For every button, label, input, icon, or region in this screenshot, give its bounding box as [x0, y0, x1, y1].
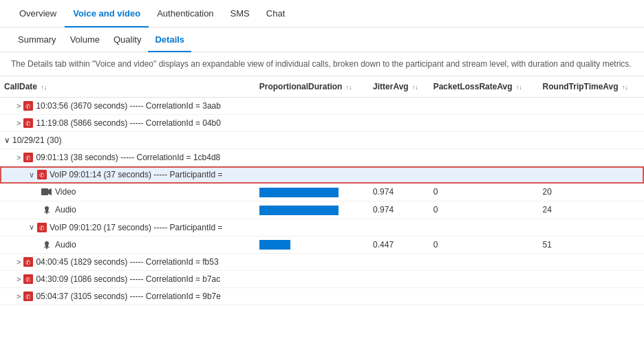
- column-header-packetlossrateavg[interactable]: PacketLossRateAvg ↑↓: [429, 76, 539, 98]
- top-nav-item-voice-and-video[interactable]: Voice and video: [65, 0, 149, 28]
- rtt-cell: [539, 115, 644, 132]
- rtt-cell: 51: [539, 236, 644, 254]
- svg-text:✆: ✆: [25, 155, 31, 162]
- video-icon: [41, 187, 52, 197]
- duration-bar: [259, 240, 290, 250]
- top-navigation: OverviewVoice and videoAuthenticationSMS…: [0, 0, 644, 28]
- sort-icon[interactable]: ↑↓: [346, 84, 352, 91]
- jitter-avg-cell: [369, 219, 429, 236]
- expand-icon[interactable]: >: [17, 119, 21, 127]
- collapse-icon[interactable]: ∨: [29, 223, 34, 232]
- row-label: VoIP 09:01:20 (17 seconds) ----- Partici…: [50, 223, 223, 232]
- column-header-proportionalduration[interactable]: ProportionalDuration ↑↓: [255, 76, 369, 98]
- svg-text:✆: ✆: [25, 276, 31, 283]
- packet-loss-cell: [429, 166, 539, 184]
- packet-loss-cell: 0: [429, 236, 539, 254]
- expand-icon[interactable]: >: [17, 292, 21, 300]
- phone-icon: ✆: [23, 118, 33, 128]
- proportional-duration-cell: [255, 166, 369, 184]
- rtt-cell: [539, 288, 644, 305]
- call-date-cell: ∨ ✆VoIP 09:01:20 (17 seconds) ----- Part…: [0, 219, 255, 236]
- proportional-duration-cell: [255, 115, 369, 132]
- phone-icon: ✆: [23, 274, 33, 284]
- collapse-icon[interactable]: >: [17, 153, 21, 162]
- table-row[interactable]: > ✆04:00:45 (1829 seconds) ----- Correla…: [0, 254, 644, 271]
- top-nav-item-chat[interactable]: Chat: [258, 0, 293, 28]
- description-text: The Details tab within "Voice and video"…: [0, 52, 644, 76]
- collapse-icon[interactable]: ∨: [29, 170, 34, 179]
- packet-loss-cell: [429, 149, 539, 166]
- table-body: > ✆10:03:56 (3670 seconds) ----- Correla…: [0, 98, 644, 305]
- column-header-roundtriptimeavg[interactable]: RoundTripTimeAvg ↑↓: [539, 76, 644, 98]
- rtt-cell: [539, 98, 644, 115]
- jitter-avg-cell: [369, 254, 429, 271]
- table-row[interactable]: ∨ 10/29/21 (30): [0, 132, 644, 149]
- call-date-cell: > ✆05:04:37 (3105 seconds) ----- Correla…: [0, 288, 255, 305]
- packet-loss-cell: [429, 98, 539, 115]
- rtt-cell: 24: [539, 201, 644, 219]
- sub-nav-item-summary[interactable]: Summary: [11, 28, 63, 52]
- sort-icon[interactable]: ↑↓: [412, 84, 418, 91]
- phone-icon: ✆: [37, 223, 47, 232]
- phone-icon: ✆: [23, 153, 33, 162]
- sub-nav-item-details[interactable]: Details: [148, 28, 191, 52]
- sort-icon[interactable]: ↑↓: [516, 84, 522, 91]
- jitter-avg-cell: [369, 149, 429, 166]
- jitter-avg-cell: 0.974: [369, 184, 429, 201]
- collapse-icon[interactable]: ∨: [4, 136, 10, 145]
- table-row[interactable]: > ✆10:03:56 (3670 seconds) ----- Correla…: [0, 98, 644, 115]
- jitter-avg-cell: [369, 271, 429, 288]
- table-row[interactable]: Audio0.447051: [0, 236, 644, 254]
- packet-loss-cell: [429, 219, 539, 236]
- svg-text:✆: ✆: [25, 120, 31, 127]
- top-nav-item-sms[interactable]: SMS: [222, 0, 258, 28]
- proportional-duration-cell: [255, 271, 369, 288]
- jitter-avg-cell: [369, 288, 429, 305]
- table-row[interactable]: > ✆11:19:08 (5866 seconds) ----- Correla…: [0, 115, 644, 132]
- table-container: CallDate ↑↓ProportionalDuration ↑↓Jitter…: [0, 76, 644, 305]
- sub-nav-item-quality[interactable]: Quality: [107, 28, 148, 52]
- proportional-duration-cell: [255, 254, 369, 271]
- packet-loss-cell: [429, 288, 539, 305]
- rtt-cell: 20: [539, 184, 644, 201]
- call-date-cell: ∨ ✆VoIP 09:01:14 (37 seconds) ----- Part…: [0, 166, 255, 184]
- proportional-duration-cell: [255, 149, 369, 166]
- proportional-duration-cell: [255, 219, 369, 236]
- expand-icon[interactable]: >: [17, 258, 21, 266]
- table-row[interactable]: Audio0.974024: [0, 201, 644, 219]
- svg-text:✆: ✆: [25, 294, 31, 300]
- proportional-duration-cell: [255, 288, 369, 305]
- duration-bar: [259, 206, 339, 215]
- packet-loss-cell: [429, 132, 539, 149]
- row-label: VoIP 09:01:14 (37 seconds) ----- Partici…: [50, 170, 223, 179]
- table-row[interactable]: Video0.974020: [0, 184, 644, 201]
- call-date-cell: > ✆04:30:09 (1086 seconds) ----- Correla…: [0, 271, 255, 288]
- column-header-jitteravg[interactable]: JitterAvg ↑↓: [369, 76, 429, 98]
- call-date-cell: > ✆10:03:56 (3670 seconds) ----- Correla…: [0, 98, 255, 115]
- column-header-calldate[interactable]: CallDate ↑↓: [0, 76, 255, 98]
- row-label: 04:00:45 (1829 seconds) ----- Correlatio…: [36, 257, 218, 267]
- rtt-cell: [539, 132, 644, 149]
- svg-rect-18: [44, 247, 50, 248]
- top-nav-item-authentication[interactable]: Authentication: [149, 0, 222, 28]
- top-nav-item-overview[interactable]: Overview: [11, 0, 65, 28]
- phone-icon: ✆: [23, 292, 33, 301]
- table-row[interactable]: > ✆05:04:37 (3105 seconds) ----- Correla…: [0, 288, 644, 305]
- table-row[interactable]: > ✆09:01:13 (38 seconds) ----- Correlati…: [0, 149, 644, 166]
- sub-nav-item-volume[interactable]: Volume: [63, 28, 107, 52]
- expand-icon[interactable]: >: [17, 102, 21, 110]
- sort-icon[interactable]: ↑↓: [622, 84, 628, 91]
- row-label: 05:04:37 (3105 seconds) ----- Correlatio…: [36, 292, 220, 301]
- expand-icon[interactable]: >: [17, 275, 21, 283]
- rtt-cell: [539, 271, 644, 288]
- table-row[interactable]: ∨ ✆VoIP 09:01:14 (37 seconds) ----- Part…: [0, 166, 644, 184]
- call-date-cell: ∨ 10/29/21 (30): [0, 132, 255, 149]
- table-row[interactable]: > ✆04:30:09 (1086 seconds) ----- Correla…: [0, 271, 644, 288]
- packet-loss-cell: 0: [429, 201, 539, 219]
- proportional-duration-cell: [255, 184, 369, 201]
- table-header-row: CallDate ↑↓ProportionalDuration ↑↓Jitter…: [0, 76, 644, 98]
- sort-icon[interactable]: ↑↓: [41, 84, 47, 91]
- jitter-avg-cell: [369, 166, 429, 184]
- table-row[interactable]: ∨ ✆VoIP 09:01:20 (17 seconds) ----- Part…: [0, 219, 644, 236]
- row-label: 10:03:56 (3670 seconds) ----- Correlatio…: [36, 101, 220, 111]
